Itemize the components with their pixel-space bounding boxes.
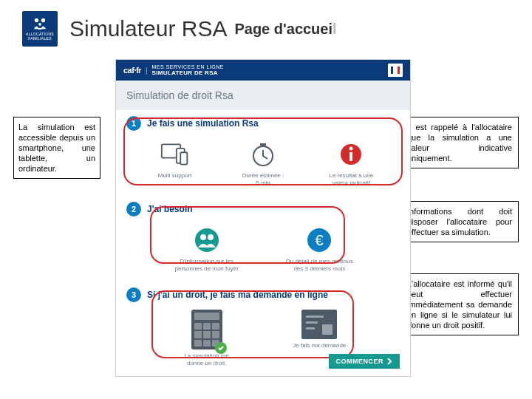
cell-multi-support: Multi support — [138, 140, 212, 187]
family-icon — [32, 17, 48, 30]
callout-online-request: L'allocataire est informé qu'il peut eff… — [400, 273, 519, 335]
header: ALLOCATIONS FAMILIALES Simulateur RSA Pa… — [22, 10, 511, 47]
info-circle-icon — [336, 140, 366, 169]
clock-icon — [248, 140, 278, 169]
svg-rect-4 — [391, 66, 393, 74]
svg-point-13 — [349, 147, 353, 151]
svg-rect-8 — [180, 152, 187, 164]
step-badge-1: 1 — [126, 116, 141, 131]
allocations-familiales-logo: ALLOCATIONS FAMILIALES — [22, 11, 58, 47]
devices-icon — [160, 140, 190, 169]
page-title: Simulateur RSA — [69, 16, 227, 41]
callout-indicative-value: Il est rappelé à l'allocataire que la si… — [400, 117, 519, 168]
caf-simulator-screenshot: caf·fr | MES SERVICES EN LIGNE SIMULATEU… — [115, 59, 411, 377]
cell-indicative: Le résultat a une valeur indicatif — [314, 140, 388, 187]
caf-brand: caf·fr — [123, 66, 141, 75]
topbar-line1: MES SERVICES EN LIGNE — [152, 64, 225, 69]
euro-circle-icon: € — [304, 225, 334, 255]
step-1: 1Je fais une simulation Rsa Multi suppor… — [116, 110, 410, 196]
cell-household-info: D'information sur les personnes de mon f… — [170, 225, 244, 273]
hero-title: Simulation de droit Rsa — [116, 81, 410, 110]
svg-point-0 — [35, 18, 38, 22]
commencer-button[interactable]: COMMENCER — [329, 354, 400, 369]
callout-required-info: Informations dont doit disposer l'alloca… — [400, 201, 519, 242]
ministry-logo — [388, 64, 403, 77]
svg-text:€: € — [316, 232, 324, 248]
people-circle-icon — [192, 225, 222, 255]
svg-point-2 — [38, 23, 41, 26]
page-subtitle: Page d'accueil — [234, 21, 336, 38]
svg-point-16 — [208, 234, 214, 240]
step-2: 2J'ai besoin D'information sur les perso… — [116, 196, 410, 282]
svg-rect-10 — [260, 143, 266, 146]
step-badge-2: 2 — [126, 202, 141, 216]
topbar-line2: SIMULATEUR DE RSA — [152, 69, 225, 76]
form-icon — [301, 310, 337, 339]
step-badge-3: 3 — [126, 287, 141, 302]
cell-has-right: La simulation me donne un droit. — [170, 310, 244, 367]
left-annotation: La simulation est accessible depuis un s… — [13, 117, 100, 179]
checkmark-icon — [215, 342, 227, 354]
step1-title: Je fais une simulation Rsa — [147, 118, 259, 129]
svg-point-15 — [200, 234, 206, 240]
svg-point-1 — [41, 18, 45, 22]
step3-title: Si j'ai un droit, je fais ma demande en … — [147, 290, 328, 300]
caf-topbar: caf·fr | MES SERVICES EN LIGNE SIMULATEU… — [116, 60, 410, 81]
svg-point-14 — [195, 228, 219, 252]
step2-title: J'ai besoin — [147, 204, 193, 214]
svg-rect-5 — [398, 66, 400, 74]
svg-rect-12 — [349, 152, 352, 161]
chevron-right-icon — [386, 358, 392, 364]
cell-duration: Durée estimée : 5 min — [226, 140, 300, 187]
cell-income-detail: € Du détail de mes revenus des 3 dernier… — [282, 225, 356, 273]
